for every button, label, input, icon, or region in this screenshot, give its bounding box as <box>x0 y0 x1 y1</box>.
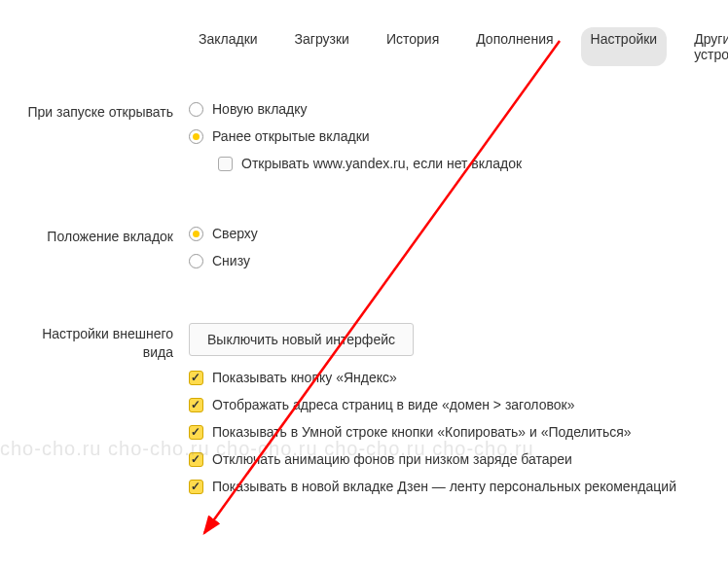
radio-prev-tabs-row[interactable]: Ранее открытые вкладки <box>189 128 718 144</box>
tab-other-devices[interactable]: Другие устройства <box>684 27 728 66</box>
section-appearance: Настройки внешнего вида Выключить новый … <box>10 323 718 506</box>
check-smart-line-label: Показывать в Умной строке кнопки «Копиро… <box>212 424 632 440</box>
section-startup: При запуске открывать Новую вкладку Ране… <box>10 101 718 183</box>
tabs-bar: Закладки Загрузки История Дополнения Нас… <box>0 0 728 66</box>
tab-addons[interactable]: Дополнения <box>466 27 563 66</box>
tab-history[interactable]: История <box>377 27 449 66</box>
section-startup-label: При запуске открывать <box>10 101 189 183</box>
check-smart-line-row[interactable]: Показывать в Умной строке кнопки «Копиро… <box>189 424 718 440</box>
check-zen-feed[interactable] <box>189 480 203 494</box>
check-address-format-label: Отображать адреса страниц в виде «домен … <box>212 397 574 412</box>
check-disable-anim-row[interactable]: Отключать анимацию фонов при низком заря… <box>189 451 718 467</box>
check-open-yandex[interactable] <box>218 157 233 171</box>
section-tab-position: Положение вкладок Сверху Снизу <box>10 226 718 280</box>
radio-bottom[interactable] <box>189 254 203 268</box>
check-disable-anim[interactable] <box>189 452 203 467</box>
check-zen-feed-label: Показывать в новой вкладке Дзен — ленту … <box>212 479 676 494</box>
radio-prev-tabs[interactable] <box>189 129 203 144</box>
check-yandex-button-label: Показывать кнопку «Яндекс» <box>212 370 397 385</box>
radio-bottom-label: Снизу <box>212 253 250 268</box>
tab-bookmarks[interactable]: Закладки <box>189 27 268 66</box>
radio-bottom-row[interactable]: Снизу <box>189 253 718 268</box>
tab-settings[interactable]: Настройки <box>581 27 668 66</box>
radio-prev-tabs-label: Ранее открытые вкладки <box>212 128 370 144</box>
check-yandex-button[interactable] <box>189 371 203 385</box>
radio-top-row[interactable]: Сверху <box>189 226 718 241</box>
check-address-format-row[interactable]: Отображать адреса страниц в виде «домен … <box>189 397 718 412</box>
radio-top-label: Сверху <box>212 226 258 241</box>
section-appearance-label: Настройки внешнего вида <box>10 323 189 506</box>
disable-new-ui-button[interactable]: Выключить новый интерфейс <box>189 323 414 356</box>
check-yandex-button-row[interactable]: Показывать кнопку «Яндекс» <box>189 370 718 385</box>
radio-top[interactable] <box>189 227 203 241</box>
check-open-yandex-label: Открывать www.yandex.ru, если нет вкладо… <box>241 156 522 171</box>
radio-new-tab-label: Новую вкладку <box>212 101 308 117</box>
radio-new-tab-row[interactable]: Новую вкладку <box>189 101 718 117</box>
tab-downloads[interactable]: Загрузки <box>285 27 359 66</box>
check-zen-feed-row[interactable]: Показывать в новой вкладке Дзен — ленту … <box>189 479 718 494</box>
check-smart-line[interactable] <box>189 425 203 440</box>
check-disable-anim-label: Отключать анимацию фонов при низком заря… <box>212 451 572 467</box>
radio-new-tab[interactable] <box>189 102 203 117</box>
check-address-format[interactable] <box>189 398 203 412</box>
check-open-yandex-row[interactable]: Открывать www.yandex.ru, если нет вкладо… <box>218 156 718 171</box>
section-tab-position-label: Положение вкладок <box>10 226 189 280</box>
